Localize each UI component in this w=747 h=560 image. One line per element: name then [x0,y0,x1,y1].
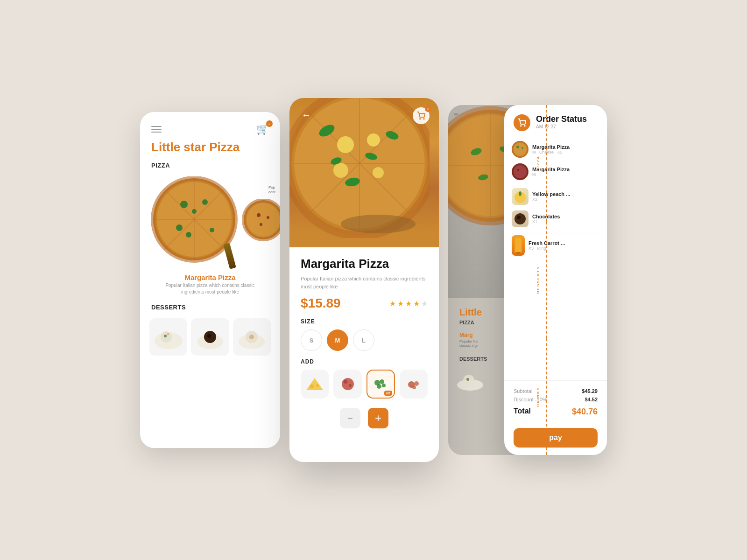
dessert-item-1[interactable] [149,318,187,356]
svg-point-38 [373,167,384,178]
size-m[interactable]: M [327,329,348,351]
desserts-row [140,314,280,365]
order-panel: Order Status AM 12:37 [504,105,607,455]
svg-point-21 [164,335,167,337]
pizza-desc: Popular Italian pizza which contains cla… [140,282,280,301]
svg-point-56 [377,384,381,389]
toppings-row: x2 [301,370,428,399]
svg-point-45 [341,215,416,233]
svg-point-47 [423,119,424,119]
item1-image [512,141,529,158]
hero-cart-badge: 2 [425,105,431,112]
topping-meat[interactable] [333,370,361,399]
svg-point-17 [267,216,269,219]
screen2-detail: ← 2 Margarita Pizza Popular Italian pizz… [289,98,439,462]
star-3: ★ [405,299,412,308]
svg-point-14 [247,203,280,237]
svg-point-7 [202,199,208,205]
subtotal-value: $45.29 [582,388,598,394]
screen2-pizza-name: Margarita Pizza [301,257,428,271]
svg-point-35 [337,136,354,153]
item2-image [512,163,529,180]
screen2-pizza-desc: Popular Italian pizza which contains cla… [301,275,428,290]
size-label: SIZE [301,318,428,325]
svg-point-71 [466,378,469,381]
order-cart-icon [514,114,530,131]
topping-herbs-count: x2 [384,391,392,396]
order-item-1: Margarita Pizza M Cheese X2 [512,141,599,158]
svg-point-36 [367,133,380,147]
order-item-3: Yellow peach ... X2 [512,188,599,205]
screen1-title: Little star Pizza [140,140,280,159]
topping-berries[interactable] [400,370,428,399]
star-1: ★ [389,299,396,308]
dessert-item-2[interactable] [191,318,229,356]
screen3-order: Little PIZZA Marg Popular Italclassic in… [448,105,607,455]
item3-image [512,188,529,205]
svg-point-82 [517,169,519,171]
divider-3 [512,233,599,233]
svg-point-8 [176,224,183,231]
dessert-item-3[interactable] [233,318,271,356]
hamburger-menu[interactable] [151,126,162,133]
svg-point-85 [514,213,526,224]
svg-point-11 [186,232,191,238]
svg-point-6 [180,201,188,208]
svg-point-77 [516,146,519,148]
svg-point-25 [207,334,211,338]
order-footer: Subtotal $45.29 Discount -10% $4.52 Tota… [504,380,607,455]
svg-point-37 [333,163,348,178]
divider-2 [512,186,599,186]
svg-point-72 [521,126,521,126]
star-2: ★ [397,299,404,308]
topping-herbs[interactable]: x2 [366,370,395,399]
desserts-section-label: DESSERTS [140,301,280,314]
svg-point-86 [517,216,521,219]
item4-image [512,210,529,227]
sidebar-tab-drinks[interactable]: DRINKS [536,387,540,407]
svg-point-53 [349,384,352,387]
svg-point-78 [521,147,523,149]
star-4: ★ [413,299,420,308]
svg-point-49 [310,385,314,388]
svg-point-84 [519,191,521,196]
add-label: ADD [301,358,428,365]
sidebar-tab-desserts[interactable]: DESSERTS [536,266,540,294]
svg-point-10 [192,209,197,214]
pizza-secondary-image [242,199,280,241]
rating-stars: ★ ★ ★ ★ ★ [389,299,428,308]
size-options: S M L [301,329,428,351]
star-5: ★ [421,299,428,308]
svg-point-18 [260,223,262,226]
svg-point-46 [420,119,421,119]
svg-point-80 [514,165,527,178]
sidebar-tab-pizza[interactable]: PIZZA [536,155,540,171]
topping-cheese[interactable] [301,370,329,399]
pizza-hero-image: ← 2 [289,98,439,247]
cart-badge: 2 [266,120,273,127]
cart-icon[interactable]: 🛒 2 [256,123,269,135]
total-value: $40.76 [572,407,598,417]
back-button[interactable]: ← [299,107,314,122]
hero-cart-button[interactable]: 2 [413,107,430,124]
svg-point-59 [414,381,419,386]
svg-point-57 [382,384,386,387]
svg-point-22 [167,333,169,335]
popular-badge: Pop cont [265,183,279,197]
quantity-minus[interactable]: − [340,408,360,428]
svg-point-51 [342,378,354,390]
svg-point-73 [524,126,525,126]
svg-marker-48 [306,378,323,390]
svg-point-9 [210,228,214,232]
screen1-browse: 🛒 2 Little star Pizza PIZZA [140,112,280,448]
pay-button[interactable]: pay [514,428,598,448]
total-label: Total [514,407,531,417]
order-items-list: Margarita Pizza M Cheese X2 [504,136,607,380]
quantity-plus[interactable]: + [368,408,388,428]
size-l[interactable]: L [353,329,374,351]
pizza-name: Margarita Pizza [140,270,280,282]
svg-point-75 [514,143,527,156]
discount-value: $4.52 [585,397,598,402]
svg-point-55 [380,379,384,384]
size-s[interactable]: S [301,329,322,351]
